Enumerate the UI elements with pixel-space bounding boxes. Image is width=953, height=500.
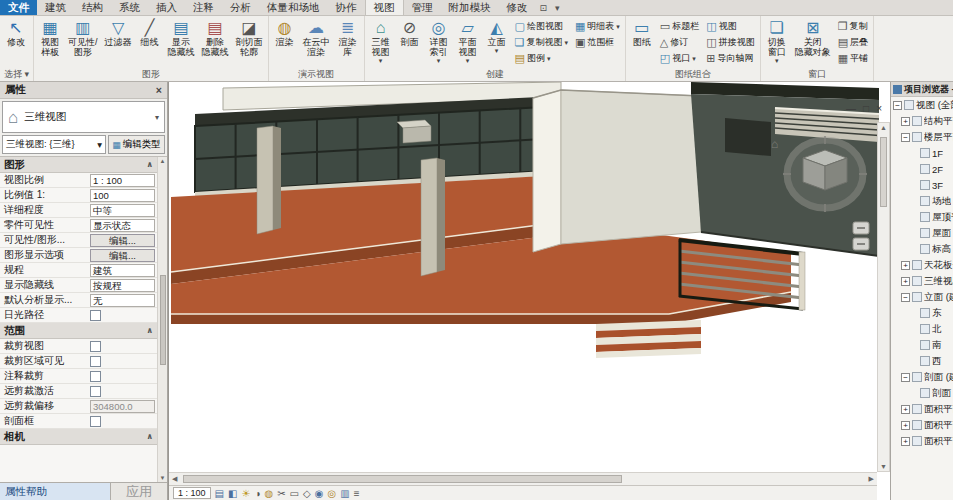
tile-button[interactable]: ▦平铺 xyxy=(835,50,871,66)
property-checkbox[interactable] xyxy=(90,416,101,427)
view-reference-button[interactable]: ◫视图 xyxy=(703,18,757,34)
expand-icon[interactable]: + xyxy=(901,261,910,270)
switch-windows-button[interactable]: ❏切换窗口▾ xyxy=(763,17,791,67)
edit-button[interactable]: 编辑... xyxy=(90,234,155,247)
tab-options-dropdown-icon[interactable]: ▾ xyxy=(551,0,564,15)
edit-button[interactable]: 编辑... xyxy=(90,249,155,262)
expand-icon[interactable]: + xyxy=(901,421,910,430)
scrollbar-thumb[interactable] xyxy=(183,475,622,483)
property-value[interactable]: 显示状态 xyxy=(90,219,155,232)
scrollbar-thumb[interactable] xyxy=(880,137,887,207)
section-header[interactable]: 范围∧ xyxy=(0,323,167,339)
guide-grid-button[interactable]: ⊞导向轴网 xyxy=(703,50,757,66)
close-hidden-button[interactable]: ⊠关闭隐藏对象 xyxy=(792,17,834,67)
tree-item[interactable]: 南 xyxy=(891,337,953,353)
scroll-up-icon[interactable]: ▲ xyxy=(160,158,166,164)
property-checkbox[interactable] xyxy=(90,386,101,397)
render-dialog-icon[interactable]: ◍ xyxy=(264,487,273,500)
edit-type-button[interactable]: ▦ 编辑类型 xyxy=(108,135,165,154)
filters-button[interactable]: ▽过滤器 xyxy=(102,17,135,67)
close-view-icon[interactable]: × xyxy=(876,104,882,114)
constraints-icon[interactable]: ≡ xyxy=(354,487,360,500)
property-checkbox[interactable] xyxy=(90,356,101,367)
temp-hide-isolate-icon[interactable]: ◉ xyxy=(315,487,324,500)
tab-systems[interactable]: 系统 xyxy=(111,0,148,15)
property-value[interactable]: 建筑 xyxy=(90,264,155,277)
scroll-down-icon[interactable]: ▼ xyxy=(878,463,889,470)
tab-architecture[interactable]: 建筑 xyxy=(37,0,74,15)
title-block-button[interactable]: ▭标题栏 xyxy=(657,18,702,34)
property-value[interactable]: 1 : 100 xyxy=(90,174,155,187)
thin-lines-button[interactable]: ╱细线 xyxy=(136,17,164,67)
scope-box-button[interactable]: ▣范围框 xyxy=(572,34,623,50)
collapse-icon[interactable]: ∧ xyxy=(147,432,154,441)
property-value[interactable]: 中等 xyxy=(90,204,155,217)
cut-profile-button[interactable]: ◪剖切面轮廓 xyxy=(233,17,266,67)
default-3d-view-button[interactable]: ⌂三维视图▾ xyxy=(367,17,395,67)
tree-item[interactable]: +天花板平面 xyxy=(891,257,953,273)
tree-item[interactable]: 屋面 xyxy=(891,225,953,241)
revisions-button[interactable]: △修订 xyxy=(657,34,702,50)
tree-item[interactable]: −视图 (全部) xyxy=(891,97,953,113)
tree-item[interactable]: 西 xyxy=(891,353,953,369)
tab-collaborate[interactable]: 协作 xyxy=(328,0,365,15)
sheet-button[interactable]: ▭图纸 xyxy=(628,17,656,67)
render-in-cloud-button[interactable]: ☁在云中渲染 xyxy=(300,17,333,67)
render-button[interactable]: ◍渲染 xyxy=(271,17,299,67)
detail-level-icon[interactable]: ▤ xyxy=(215,487,224,500)
collapse-icon[interactable]: − xyxy=(893,101,902,110)
lock-3d-view-icon[interactable]: ◇ xyxy=(303,487,311,500)
tree-item[interactable]: 1F xyxy=(891,145,953,161)
properties-help-link[interactable]: 属性帮助 xyxy=(0,483,111,500)
remove-hidden-lines-button[interactable]: ▤删除隐藏线 xyxy=(199,17,232,67)
scrollbar-thumb[interactable] xyxy=(160,275,166,365)
duplicate-view-button[interactable]: ❏复制视图▾ xyxy=(512,34,571,50)
horizontal-scrollbar[interactable]: ◀ ▶ xyxy=(169,472,877,485)
tree-item[interactable]: +面积平面 (净面积) xyxy=(891,417,953,433)
tab-modify[interactable]: 修改 xyxy=(499,0,536,15)
tree-item[interactable]: 屋顶平面 xyxy=(891,209,953,225)
property-value[interactable]: 304800.0 xyxy=(90,400,155,413)
crop-view-icon[interactable]: ✂ xyxy=(277,487,285,500)
viewports-button[interactable]: ◰视口▾ xyxy=(657,50,702,66)
scroll-down-icon[interactable]: ▼ xyxy=(160,475,166,481)
sun-path-icon[interactable]: ☀ xyxy=(241,487,250,500)
reveal-hidden-icon[interactable]: ◎ xyxy=(327,487,336,500)
scroll-right-icon[interactable]: ▶ xyxy=(869,475,874,483)
property-value[interactable]: 无 xyxy=(90,294,155,307)
cascade-button[interactable]: ▤层叠 xyxy=(835,34,871,50)
selection-box-icon[interactable]: ⊡ xyxy=(536,0,552,15)
drawing-area[interactable]: ⌂ —□× ▲ ▼ ◀ ▶ 1 : 100▤◧☀◑◍✂▭◇◉◎ xyxy=(168,82,890,500)
elevation-button[interactable]: ◭立面▾ xyxy=(483,17,511,67)
legends-button[interactable]: ▤图例▾ xyxy=(512,50,571,66)
tab-insert[interactable]: 插入 xyxy=(148,0,185,15)
restore-view-icon[interactable]: □ xyxy=(863,104,869,114)
vertical-scrollbar[interactable]: ▲ ▼ xyxy=(877,122,890,472)
collapse-icon[interactable]: ∧ xyxy=(147,326,154,335)
property-value[interactable]: 100 xyxy=(90,189,155,202)
apply-button[interactable]: 应用 xyxy=(111,483,167,500)
tree-item[interactable]: 3F xyxy=(891,177,953,193)
property-checkbox[interactable] xyxy=(90,341,101,352)
collapse-icon[interactable]: ∧ xyxy=(147,160,154,169)
render-gallery-button[interactable]: ≣渲染库 xyxy=(334,17,362,67)
collapse-icon[interactable]: − xyxy=(901,373,910,382)
tree-item[interactable]: +结构平面 xyxy=(891,113,953,129)
property-checkbox[interactable] xyxy=(90,371,101,382)
expand-icon[interactable]: + xyxy=(901,277,910,286)
plan-views-button[interactable]: ▱平面视图▾ xyxy=(454,17,482,67)
close-icon[interactable]: × xyxy=(156,84,162,96)
tab-massing-site[interactable]: 体量和场地 xyxy=(259,0,328,15)
properties-scrollbar[interactable]: ▲ ▼ xyxy=(157,157,167,482)
collapse-icon[interactable]: − xyxy=(901,293,910,302)
expand-icon[interactable]: + xyxy=(901,117,910,126)
tree-item[interactable]: +三维视图 xyxy=(891,273,953,289)
tree-item[interactable]: +面积平面 (人防分区面积) xyxy=(891,401,953,417)
property-checkbox[interactable] xyxy=(90,310,101,321)
collapse-icon[interactable]: − xyxy=(901,133,910,142)
expand-icon[interactable]: + xyxy=(901,405,910,414)
show-hidden-lines-button[interactable]: ▤显示隐藏线 xyxy=(165,17,198,67)
tree-item[interactable]: +面积平面 (总建筑面积) xyxy=(891,433,953,449)
tab-file[interactable]: 文件 xyxy=(0,0,37,15)
tab-view[interactable]: 视图 xyxy=(365,0,404,15)
